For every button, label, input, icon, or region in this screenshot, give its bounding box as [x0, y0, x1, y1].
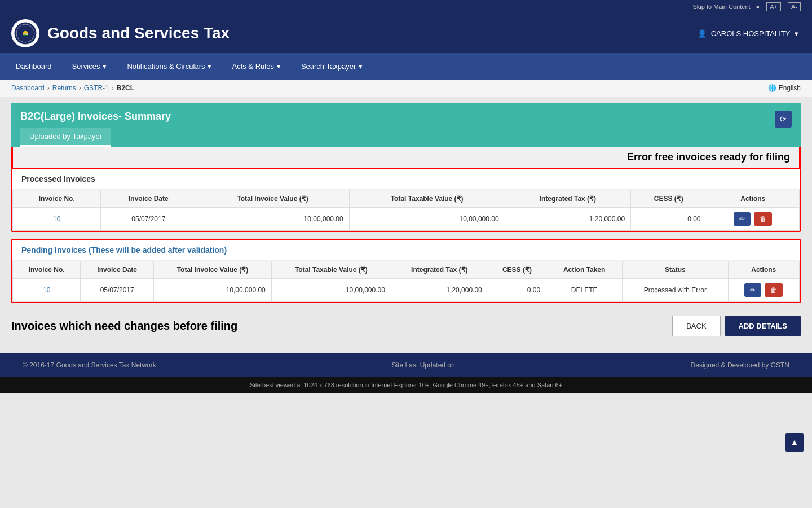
footer-developed-by: Designed & Developed by GSTN — [691, 361, 789, 369]
pcol-actions: Actions — [728, 261, 800, 279]
actions-cell: ✏ 🗑 — [707, 208, 799, 231]
col-invoice-date: Invoice Date — [101, 190, 196, 208]
pcol-invoice-date: Invoice Date — [81, 261, 154, 279]
pcol-cess: CESS (₹) — [488, 261, 546, 279]
processed-invoices-table: Invoice No. Invoice Date Total Invoice V… — [12, 190, 800, 231]
cess: 0.00 — [631, 208, 707, 231]
language-label: English — [779, 84, 801, 92]
nav-search-arrow: ▾ — [359, 62, 363, 71]
error-free-label: Error free invoices ready for filing — [11, 147, 801, 168]
delete-button[interactable]: 🗑 — [765, 283, 783, 297]
footer-browser-note: Site best viewed at 1024 x 768 resolutio… — [250, 382, 562, 388]
total-taxable-value: 10,00,000.00 — [271, 279, 391, 302]
globe-icon: 🌐 — [768, 84, 776, 92]
font-increase[interactable]: A+ — [766, 2, 781, 11]
nav-acts-rules[interactable]: Acts & Rules ▾ — [222, 53, 290, 80]
header: 🇮🇳 Goods and Services Tax 👤 CAROLS HOSPI… — [0, 14, 812, 53]
col-total-invoice-value: Total Invoice Value (₹) — [196, 190, 349, 208]
col-integrated-tax: Integrated Tax (₹) — [505, 190, 631, 208]
invoice-date: 05/07/2017 — [101, 208, 196, 231]
pcol-invoice-no: Invoice No. — [13, 261, 81, 279]
sep2: › — [79, 84, 81, 92]
svg-text:🇮🇳: 🇮🇳 — [23, 32, 28, 37]
nav-dashboard[interactable]: Dashboard — [6, 53, 62, 80]
total-invoice-value: 10,00,000.00 — [196, 208, 349, 231]
invoice-no-link[interactable]: 10 — [13, 279, 81, 302]
add-details-button[interactable]: ADD DETAILS — [725, 316, 801, 336]
processed-invoices-section: Processed Invoices Invoice No. Invoice D… — [11, 168, 801, 232]
footer-last-updated: Site Last Updated on — [392, 361, 455, 369]
navbar: Dashboard Services ▾ Notifications & Cir… — [0, 53, 812, 80]
nav-acts-arrow: ▾ — [277, 62, 281, 71]
tab-bar: Uploaded by Taxpayer — [11, 128, 801, 147]
breadcrumb-dashboard[interactable]: Dashboard — [11, 84, 45, 92]
table-row: 10 05/07/2017 10,00,000.00 10,00,000.00 … — [13, 208, 800, 231]
pcol-total-taxable-value: Total Taxable Value (₹) — [271, 261, 391, 279]
bottom-section: Invoices which need changes before filin… — [11, 310, 801, 342]
breadcrumb-returns[interactable]: Returns — [52, 84, 76, 92]
status: Processed with Error — [623, 279, 728, 302]
col-actions: Actions — [707, 190, 799, 208]
pcol-integrated-tax: Integrated Tax (₹) — [391, 261, 488, 279]
footer-copyright: © 2016-17 Goods and Services Tax Network — [23, 361, 156, 369]
breadcrumb-current: B2CL — [117, 84, 134, 92]
breadcrumb-gstr1[interactable]: GSTR-1 — [84, 84, 109, 92]
breadcrumb-bar: Dashboard › Returns › GSTR-1 › B2CL 🌐 En… — [0, 80, 812, 97]
nav-services[interactable]: Services ▾ — [62, 53, 117, 80]
header-left: 🇮🇳 Goods and Services Tax — [11, 19, 230, 47]
user-menu[interactable]: 👤 CAROLS HOSPITALITY ▾ — [698, 29, 801, 38]
edit-button[interactable]: ✏ — [744, 283, 761, 297]
logo: 🇮🇳 — [11, 19, 39, 47]
page-title: B2C(Large) Invoices- Summary — [20, 111, 171, 122]
integrated-tax: 1,20,000.00 — [505, 208, 631, 231]
invoice-date: 05/07/2017 — [81, 279, 154, 302]
contrast-icon: ● — [756, 3, 760, 10]
table-row: 10 05/07/2017 10,00,000.00 10,00,000.00 … — [13, 279, 800, 302]
site-title: Goods and Services Tax — [47, 24, 230, 42]
total-invoice-value: 10,00,000.00 — [154, 279, 272, 302]
nav-services-arrow: ▾ — [103, 62, 107, 71]
footer-main: © 2016-17 Goods and Services Tax Network… — [0, 353, 812, 377]
edit-button[interactable]: ✏ — [734, 212, 751, 226]
refresh-button[interactable]: ⟳ — [775, 111, 792, 128]
pending-invoices-title: Pending Invoices (These will be added af… — [12, 240, 800, 261]
integrated-tax: 1,20,000.00 — [391, 279, 488, 302]
back-button[interactable]: BACK — [672, 316, 720, 336]
pcol-total-invoice-value: Total Invoice Value (₹) — [154, 261, 272, 279]
sep3: › — [112, 84, 114, 92]
footer-bottom: Site best viewed at 1024 x 768 resolutio… — [0, 377, 812, 393]
pending-invoices-section: Pending Invoices (These will be added af… — [11, 239, 801, 303]
cess: 0.00 — [488, 279, 546, 302]
breadcrumb: Dashboard › Returns › GSTR-1 › B2CL — [11, 84, 134, 92]
need-changes-label: Invoices which need changes before filin… — [11, 319, 237, 332]
actions-cell: ✏ 🗑 — [728, 279, 800, 302]
total-taxable-value: 10,00,000.00 — [349, 208, 505, 231]
pending-invoices-table: Invoice No. Invoice Date Total Invoice V… — [12, 261, 800, 302]
pcol-status: Status — [623, 261, 728, 279]
action-taken: DELETE — [546, 279, 623, 302]
invoice-no-link[interactable]: 10 — [13, 208, 101, 231]
sep1: › — [47, 84, 50, 92]
font-decrease[interactable]: A- — [788, 2, 801, 11]
skip-link[interactable]: Skip to Main Content — [692, 3, 750, 10]
page-heading-bar: B2C(Large) Invoices- Summary ⟳ — [11, 103, 801, 128]
nav-search-taxpayer[interactable]: Search Taxpayer ▾ — [291, 53, 373, 80]
processed-invoices-title: Processed Invoices — [12, 169, 800, 190]
col-total-taxable-value: Total Taxable Value (₹) — [349, 190, 505, 208]
col-cess: CESS (₹) — [631, 190, 707, 208]
main-content: B2C(Large) Invoices- Summary ⟳ Uploaded … — [0, 97, 812, 353]
tab-uploaded-by-taxpayer[interactable]: Uploaded by Taxpayer — [20, 128, 111, 147]
col-invoice-no: Invoice No. — [13, 190, 101, 208]
delete-button[interactable]: 🗑 — [754, 212, 772, 226]
top-bar: Skip to Main Content ● A+ A- — [0, 0, 812, 14]
nav-notifications-arrow: ▾ — [208, 62, 211, 71]
nav-notifications[interactable]: Notifications & Circulars ▾ — [117, 53, 222, 80]
dropdown-arrow: ▾ — [795, 29, 798, 38]
language-selector[interactable]: 🌐 English — [768, 84, 801, 92]
username: CAROLS HOSPITALITY — [711, 29, 791, 38]
user-icon: 👤 — [698, 29, 707, 38]
bottom-buttons: BACK ADD DETAILS — [672, 316, 801, 336]
pcol-action-taken: Action Taken — [546, 261, 623, 279]
